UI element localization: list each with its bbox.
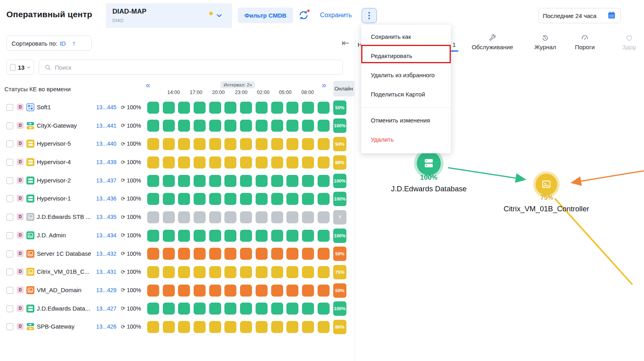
row-checkbox[interactable] [6,159,13,166]
status-cell[interactable] [271,321,283,333]
ci-id[interactable]: 13...432 [93,251,116,257]
table-row[interactable]: DSPB-Gateway13...426⟳100%86% [0,318,355,336]
status-cell[interactable] [286,120,298,132]
status-cell[interactable] [209,120,221,132]
status-cell[interactable] [240,175,252,187]
status-cell[interactable] [302,175,314,187]
table-row[interactable]: DJ.D. Admin13...434⟳100%100% [0,227,355,245]
table-row[interactable]: DCityX-Gateway13...441⟳100%100% [0,117,355,135]
status-cell[interactable] [240,230,252,242]
status-cell[interactable] [209,248,221,260]
status-cell[interactable] [271,230,283,242]
ci-id[interactable]: 13...429 [93,287,116,293]
row-checkbox[interactable] [6,177,13,184]
status-cell[interactable] [318,120,330,132]
node-label[interactable]: Citrix_VM_01B_Controller [482,205,610,213]
chevron-down-icon[interactable] [216,12,223,19]
ci-id[interactable]: 13...434 [93,232,116,239]
collapse-panel-button[interactable]: ⇤ [342,37,349,48]
status-cell[interactable] [302,120,314,132]
row-checkbox[interactable] [6,305,13,312]
status-cell[interactable] [178,266,190,278]
status-cell[interactable] [194,248,206,260]
status-cell[interactable] [147,156,159,168]
status-cell[interactable] [271,248,283,260]
menu-item-delete[interactable]: Удалить [361,130,451,149]
ci-id[interactable]: 13...427 [93,305,116,312]
status-cell[interactable] [302,193,314,205]
ci-name[interactable]: J.D.Edwards STB ... [37,213,91,220]
row-checkbox[interactable] [6,323,13,330]
menu-item-cancel-changes[interactable]: Отменить изменения [361,111,451,130]
status-cell[interactable] [240,156,252,168]
table-row[interactable]: DCitrix_VM_01B_C...13...431⟳100%75% [0,263,355,281]
status-cell[interactable] [318,138,330,150]
status-cell[interactable] [286,266,298,278]
status-cell[interactable] [194,211,206,223]
map-node-database[interactable] [417,151,441,175]
ci-id[interactable]: 13...441 [93,122,116,129]
status-cell[interactable] [256,266,268,278]
status-cell[interactable] [286,211,298,223]
row-checkbox[interactable] [6,251,13,257]
status-cell[interactable] [147,211,159,223]
cmdb-filter-button[interactable]: Фильтр CMDB [238,8,293,23]
table-row[interactable]: DServer 1C Database13...432⟳100%50% [0,245,355,263]
status-cell[interactable] [318,230,330,242]
status-cell[interactable] [256,138,268,150]
status-cell[interactable] [240,102,252,114]
status-cell[interactable] [256,230,268,242]
status-cell[interactable] [163,175,175,187]
ci-id[interactable]: 13...436 [93,195,116,202]
status-cell[interactable] [224,248,236,260]
row-checkbox[interactable] [6,122,13,129]
ci-name[interactable]: Hypervisor-5 [37,140,71,147]
status-cell[interactable] [163,193,175,205]
status-cell[interactable] [178,321,190,333]
status-cell[interactable] [147,138,159,150]
map-selector[interactable]: DIAD-MAP DIAD [106,3,232,28]
status-cell[interactable] [194,175,206,187]
sort-control[interactable]: Сортировать по: ID ↑ [6,36,92,51]
status-cell[interactable] [163,211,175,223]
ci-name[interactable]: Soft1 [37,104,51,110]
status-cell[interactable] [256,120,268,132]
more-menu-button[interactable] [362,8,377,23]
status-cell[interactable] [163,285,175,297]
tab-thresholds[interactable]: Пороги [569,34,601,50]
status-cell[interactable] [194,120,206,132]
status-cell[interactable] [240,120,252,132]
status-cell[interactable] [209,156,221,168]
status-cell[interactable] [209,138,221,150]
search-bar[interactable] [39,60,343,75]
node-label[interactable]: J.D.Edwards Database [365,185,493,193]
status-cell[interactable] [224,266,236,278]
table-row[interactable]: DVM_AD_Domain13...429⟳100%50% [0,281,355,300]
row-checkbox[interactable] [6,287,13,294]
row-checkbox[interactable] [6,140,13,147]
status-cell[interactable] [163,138,175,150]
status-cell[interactable] [194,285,206,297]
row-checkbox[interactable] [6,195,13,202]
status-cell[interactable] [147,266,159,278]
ci-name[interactable]: SPB-Gateway [37,323,74,330]
status-cell[interactable] [302,266,314,278]
status-cell[interactable] [302,156,314,168]
status-cell[interactable] [224,156,236,168]
ci-name[interactable]: J.D. Admin [37,232,66,239]
status-cell[interactable] [224,285,236,297]
status-cell[interactable] [286,285,298,297]
status-cell[interactable] [256,102,268,114]
time-range-button[interactable]: Последние 24 часа [538,8,621,23]
ci-name[interactable]: CityX-Gateway [37,122,77,129]
status-cell[interactable] [194,321,206,333]
row-checkbox[interactable] [6,269,13,275]
status-cell[interactable] [271,102,283,114]
menu-item-remove-favorite[interactable]: Удалить из избранного [361,66,451,85]
status-cell[interactable] [178,211,190,223]
status-cell[interactable] [271,138,283,150]
status-cell[interactable] [286,230,298,242]
table-row[interactable]: DJ.D.Edwards STB ...13...435⟳100%? [0,208,355,227]
status-cell[interactable] [302,285,314,297]
status-cell[interactable] [163,156,175,168]
